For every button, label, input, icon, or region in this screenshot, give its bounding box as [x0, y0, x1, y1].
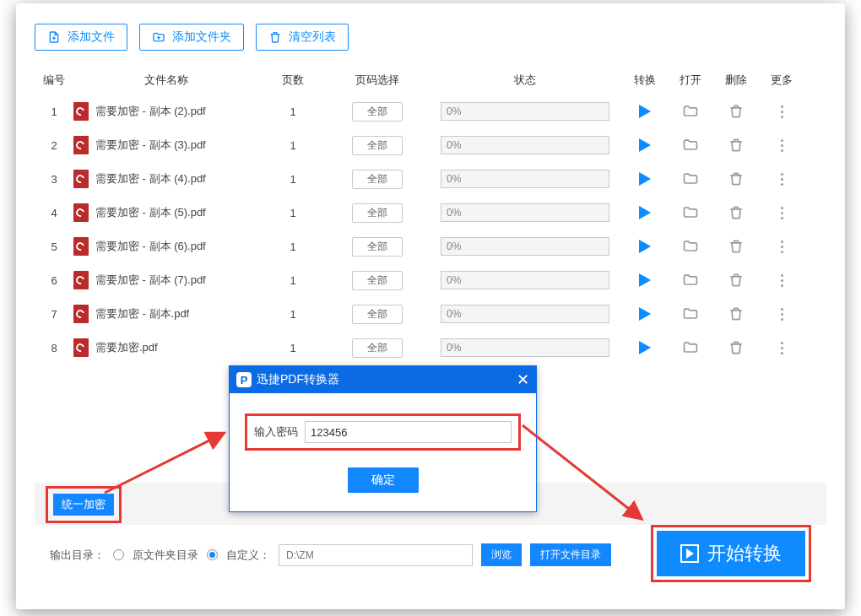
- row-more-button[interactable]: [759, 272, 804, 289]
- row-progress: 0%: [441, 170, 609, 188]
- add-folder-button[interactable]: 添加文件夹: [139, 24, 244, 51]
- row-index: 7: [35, 308, 73, 321]
- page-select-button[interactable]: 全部: [352, 237, 403, 257]
- row-convert-button[interactable]: [622, 105, 668, 118]
- row-delete-button[interactable]: [713, 238, 759, 255]
- row-open-button[interactable]: [668, 170, 713, 187]
- row-delete-button[interactable]: [713, 305, 759, 322]
- page-select-button[interactable]: 全部: [352, 136, 403, 155]
- add-file-button[interactable]: 添加文件: [35, 24, 127, 51]
- row-convert-button[interactable]: [622, 273, 668, 287]
- row-progress: 0%: [441, 237, 609, 256]
- row-convert-button[interactable]: [622, 341, 668, 354]
- unify-highlight-box: 统一加密: [46, 486, 122, 523]
- app-logo-icon: P: [236, 372, 252, 387]
- dialog-close-button[interactable]: ✕: [517, 372, 529, 387]
- browse-button[interactable]: 浏览: [481, 543, 522, 566]
- page-select-button[interactable]: 全部: [352, 271, 403, 290]
- table-header: 编号 文件名称 页数 页码选择 状态 转换 打开 删除 更多: [35, 66, 826, 95]
- confirm-button[interactable]: 确定: [348, 467, 419, 493]
- row-filename-text: 需要加密 - 副本 (2).pdf: [95, 104, 206, 119]
- more-icon: [773, 305, 790, 322]
- table-row: 2需要加密 - 副本 (3).pdf1全部0%: [35, 128, 826, 162]
- row-convert-button[interactable]: [622, 206, 668, 219]
- clear-list-button[interactable]: 清空列表: [256, 24, 349, 51]
- row-delete-button[interactable]: [713, 103, 759, 120]
- row-filename-text: 需要加密 - 副本 (7).pdf: [95, 273, 206, 288]
- page-select-button[interactable]: 全部: [352, 338, 403, 358]
- row-open-button[interactable]: [668, 272, 713, 289]
- row-open-button[interactable]: [668, 305, 713, 322]
- trash-icon: [728, 238, 745, 255]
- row-open-button[interactable]: [668, 339, 713, 356]
- more-icon: [773, 170, 790, 187]
- row-filename: 需要加密 - 副本 (6).pdf: [73, 237, 259, 256]
- dialog-title-text: 迅捷PDF转换器: [257, 372, 339, 387]
- table-row: 7需要加密 - 副本.pdf1全部0%: [35, 297, 826, 331]
- page-select-button[interactable]: 全部: [352, 203, 403, 223]
- add-folder-label: 添加文件夹: [172, 30, 231, 45]
- radio-original-label: 原文件夹目录: [133, 548, 198, 563]
- row-index: 4: [35, 207, 73, 219]
- row-more-button[interactable]: [759, 305, 804, 322]
- row-open-button[interactable]: [668, 238, 713, 255]
- folder-icon: [682, 103, 699, 120]
- page-select-button[interactable]: 全部: [352, 102, 403, 122]
- row-delete-button[interactable]: [713, 137, 759, 154]
- col-convert: 转换: [622, 73, 668, 88]
- play-icon: [639, 240, 651, 253]
- row-filename-text: 需要加密 - 副本 (4).pdf: [95, 171, 206, 186]
- radio-original-folder[interactable]: [113, 549, 124, 560]
- row-delete-button[interactable]: [713, 204, 759, 221]
- row-convert-button[interactable]: [622, 240, 668, 253]
- output-label: 输出目录：: [50, 548, 105, 563]
- row-convert-button[interactable]: [622, 172, 668, 186]
- radio-custom[interactable]: [207, 549, 218, 560]
- add-file-label: 添加文件: [68, 30, 115, 45]
- trash-icon: [728, 204, 745, 221]
- trash-icon: [728, 137, 745, 154]
- unify-encrypt-button[interactable]: 统一加密: [53, 494, 114, 516]
- pdf-icon: [73, 136, 89, 154]
- trash-icon: [728, 272, 745, 289]
- page-select-button[interactable]: 全部: [352, 170, 403, 189]
- password-input[interactable]: [305, 421, 512, 443]
- row-more-button[interactable]: [759, 137, 804, 154]
- row-delete-button[interactable]: [713, 170, 759, 187]
- row-progress: 0%: [441, 271, 609, 289]
- row-open-button[interactable]: [668, 103, 713, 120]
- play-icon: [639, 172, 651, 186]
- row-delete-button[interactable]: [713, 339, 759, 356]
- row-pagecount: 1: [259, 240, 327, 253]
- dialog-titlebar[interactable]: P 迅捷PDF转换器 ✕: [230, 366, 536, 393]
- row-index: 3: [35, 173, 73, 186]
- row-more-button[interactable]: [759, 238, 804, 255]
- table-row: 6需要加密 - 副本 (7).pdf1全部0%: [35, 263, 826, 297]
- row-progress: 0%: [441, 136, 609, 154]
- row-delete-button[interactable]: [713, 272, 759, 289]
- row-index: 6: [35, 274, 73, 287]
- radio-custom-label: 自定义：: [226, 548, 270, 563]
- row-convert-button[interactable]: [622, 307, 668, 321]
- row-more-button[interactable]: [759, 339, 804, 356]
- row-progress: 0%: [441, 203, 609, 222]
- row-convert-button[interactable]: [622, 138, 668, 152]
- play-icon: [639, 273, 651, 287]
- row-progress: 0%: [441, 102, 609, 121]
- open-folder-button[interactable]: 打开文件目录: [530, 543, 611, 566]
- row-open-button[interactable]: [668, 137, 713, 154]
- table-row: 1需要加密 - 副本 (2).pdf1全部0%: [35, 95, 826, 128]
- row-pagecount: 1: [259, 308, 327, 321]
- row-more-button[interactable]: [759, 204, 804, 221]
- row-index: 1: [35, 105, 73, 118]
- table-row: 5需要加密 - 副本 (6).pdf1全部0%: [35, 230, 826, 263]
- password-highlight-box: 输入密码: [245, 413, 521, 451]
- add-folder-icon: [152, 30, 165, 44]
- start-convert-button[interactable]: 开始转换: [657, 531, 805, 576]
- play-icon: [639, 105, 651, 118]
- output-path-input[interactable]: [279, 544, 473, 566]
- row-more-button[interactable]: [759, 103, 804, 120]
- page-select-button[interactable]: 全部: [352, 305, 403, 324]
- row-more-button[interactable]: [759, 170, 804, 187]
- row-open-button[interactable]: [668, 204, 713, 221]
